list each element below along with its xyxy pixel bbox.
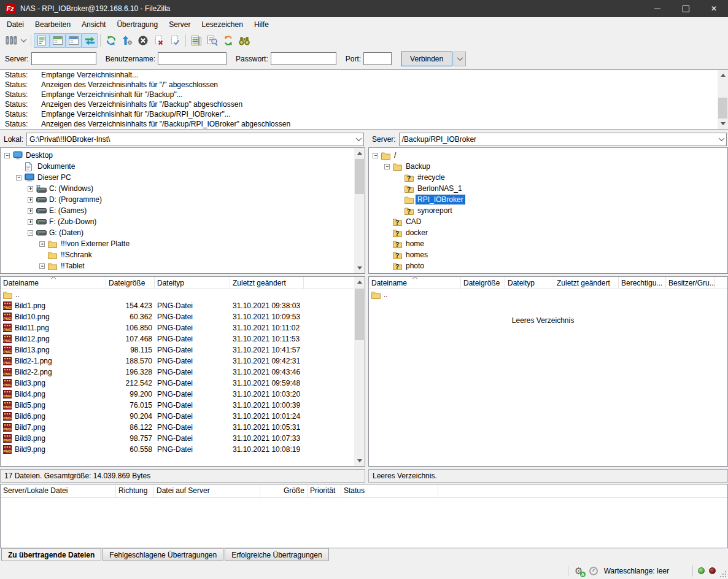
- resize-grip[interactable]: [718, 569, 727, 578]
- scroll-up-icon[interactable]: [718, 70, 728, 80]
- local-tree-item-desktop[interactable]: Desktop: [1, 150, 365, 161]
- local-tree-item-c-windows[interactable]: C: (Windows): [1, 183, 365, 194]
- port-input[interactable]: [363, 52, 392, 65]
- remote-tree-item-berlonnas-1[interactable]: ?BerlonNAS_1: [369, 183, 727, 194]
- local-tree-scrollbar[interactable]: [354, 148, 365, 273]
- expand-icon[interactable]: [28, 186, 33, 192]
- local-file-row-bild3-png[interactable]: PNGBild3.png212.542PNG-Datei31.10.2021 0…: [1, 378, 365, 389]
- filename-filters-button[interactable]: [204, 33, 220, 48]
- column-header-besitzer-gru[interactable]: Besitzer/Gru...: [666, 277, 715, 289]
- refresh-button[interactable]: [103, 33, 119, 48]
- site-manager-button[interactable]: [3, 33, 19, 48]
- local-file-row-bild9-png[interactable]: PNGBild9.png60.558PNG-Datei31.10.2021 10…: [1, 444, 365, 455]
- remote-tree-item-photo[interactable]: ?photo: [369, 260, 727, 271]
- close-icon[interactable]: [700, 0, 728, 17]
- expand-icon[interactable]: [28, 197, 33, 203]
- remote-file-row-item[interactable]: ..: [369, 289, 727, 300]
- process-queue-button[interactable]: [119, 33, 135, 48]
- local-file-row-bild11-png[interactable]: PNGBild11.png106.850PNG-Datei31.10.2021 …: [1, 322, 365, 333]
- queue-column-header-richtung[interactable]: Richtung: [116, 484, 154, 497]
- site-manager-dropdown-button[interactable]: [19, 33, 28, 48]
- column-header-berechtigu[interactable]: Berechtigu...: [619, 277, 666, 289]
- remote-tree-item-cad[interactable]: ?CAD: [369, 216, 727, 227]
- local-file-row-bild4-png[interactable]: PNGBild4.png99.200PNG-Datei31.10.2021 10…: [1, 389, 365, 400]
- quickconnect-button[interactable]: Verbinden: [401, 52, 452, 66]
- username-input[interactable]: [158, 52, 227, 65]
- find-files-button[interactable]: [236, 33, 252, 48]
- remote-tree-item-synoreport[interactable]: ?synoreport: [369, 205, 727, 216]
- local-tree-item-schrank[interactable]: !!Schrank: [1, 249, 365, 260]
- queue-column-header-grosse[interactable]: Größe: [260, 484, 308, 497]
- local-file-row-bild2-1-png[interactable]: PNGBild2-1.png188.570PNG-Datei31.10.2021…: [1, 356, 365, 367]
- chevron-down-icon[interactable]: [356, 135, 362, 141]
- minimize-icon[interactable]: [643, 0, 672, 17]
- local-tree-item-d-programme[interactable]: D: (Programme): [1, 194, 365, 205]
- menu-item-lesezeichen[interactable]: Lesezeichen: [196, 18, 248, 31]
- maximize-icon[interactable]: [672, 0, 700, 17]
- remote-tree-item-homes[interactable]: ?homes: [369, 249, 727, 260]
- column-header-dateityp[interactable]: Dateityp: [505, 277, 554, 289]
- remote-tree-item-recycle[interactable]: ?#recycle: [369, 172, 727, 183]
- local-file-row-bild5-png[interactable]: PNGBild5.png76.015PNG-Datei31.10.2021 10…: [1, 400, 365, 411]
- password-input[interactable]: [271, 52, 336, 65]
- scrollbar-thumb[interactable]: [355, 289, 364, 340]
- column-header-dateiname[interactable]: Dateiname: [1, 277, 106, 289]
- transfer-settings-gear-icon[interactable]: ⚙ A: [573, 565, 584, 577]
- toggle-message-log-button[interactable]: [34, 33, 50, 48]
- expand-icon[interactable]: [39, 241, 45, 247]
- local-tree-item-dieser-pc[interactable]: Dieser PC: [1, 172, 365, 183]
- local-file-row-bild1-png[interactable]: PNGBild1.png154.423PNG-Datei31.10.2021 0…: [1, 300, 365, 311]
- scrollbar-thumb[interactable]: [718, 98, 727, 119]
- queue-column-header-status[interactable]: Status: [341, 484, 438, 497]
- menu-item-ubertragung[interactable]: Übertragung: [111, 18, 163, 31]
- local-file-row-bild13-png[interactable]: PNGBild13.png98.115PNG-Datei31.10.2021 1…: [1, 344, 365, 356]
- column-header-dateigrosse[interactable]: Dateigröße: [461, 277, 505, 289]
- server-input[interactable]: [31, 52, 96, 65]
- synchronized-browsing-button[interactable]: [220, 33, 236, 48]
- menu-item-hilfe[interactable]: Hilfe: [249, 18, 274, 31]
- collapse-icon[interactable]: [16, 175, 21, 181]
- local-file-row-item[interactable]: ..: [1, 289, 365, 300]
- quickconnect-dropdown-button[interactable]: [454, 52, 466, 66]
- queue-column-header-datei-auf-server[interactable]: Datei auf Server: [154, 484, 260, 497]
- queue-column-header-prioritat[interactable]: Priorität: [308, 484, 341, 497]
- toggle-local-tree-button[interactable]: [50, 33, 66, 48]
- menu-item-ansicht[interactable]: Ansicht: [76, 18, 111, 31]
- remote-tree-item-docker[interactable]: ?docker: [369, 227, 727, 238]
- speed-limit-dial-icon[interactable]: [589, 567, 598, 575]
- local-tree-item-tablet[interactable]: !!Tablet: [1, 260, 365, 271]
- expand-icon[interactable]: [28, 219, 33, 225]
- scroll-down-icon[interactable]: [354, 263, 365, 273]
- scroll-up-icon[interactable]: [354, 148, 365, 158]
- chevron-down-icon[interactable]: [719, 135, 725, 141]
- menu-item-datei[interactable]: Datei: [1, 18, 29, 31]
- local-file-row-bild12-png[interactable]: PNGBild12.png107.468PNG-Datei31.10.2021 …: [1, 333, 365, 344]
- expand-icon[interactable]: [28, 208, 33, 214]
- column-header-dateiname[interactable]: Dateiname: [369, 277, 461, 289]
- tab-fehlgeschlagene-ubertragungen[interactable]: Fehlgeschlagene Übertragungen: [103, 548, 223, 561]
- local-file-row-bild10-png[interactable]: PNGBild10.png60.362PNG-Datei31.10.2021 1…: [1, 311, 365, 322]
- menu-item-server[interactable]: Server: [163, 18, 196, 31]
- collapse-icon[interactable]: [28, 230, 33, 236]
- column-header-zuletzt-geandert[interactable]: Zuletzt geändert: [230, 277, 304, 289]
- remote-tree-item-backup[interactable]: Backup: [369, 161, 727, 172]
- tab-erfolgreiche-ubertragungen[interactable]: Erfolgreiche Übertragungen: [225, 548, 328, 561]
- directory-comparison-button[interactable]: [188, 33, 204, 48]
- collapse-icon[interactable]: [384, 164, 390, 169]
- disconnect-button[interactable]: [151, 33, 167, 48]
- remote-path-combobox[interactable]: /Backup/RPI_IOBroker: [399, 133, 727, 146]
- scroll-down-icon[interactable]: [718, 119, 728, 129]
- local-list-scrollbar[interactable]: [354, 277, 365, 466]
- expand-icon[interactable]: [39, 263, 45, 269]
- cancel-button[interactable]: [135, 33, 151, 48]
- toggle-remote-tree-button[interactable]: [66, 33, 82, 48]
- tab-zu-ubertragende-dateien[interactable]: Zu übertragende Dateien: [1, 548, 101, 561]
- local-file-row-bild7-png[interactable]: PNGBild7.png86.122PNG-Datei31.10.2021 10…: [1, 422, 365, 433]
- local-file-row-bild8-png[interactable]: PNGBild8.png98.757PNG-Datei31.10.2021 10…: [1, 433, 365, 444]
- column-header-dateigrosse[interactable]: Dateigröße: [106, 277, 155, 289]
- message-log-scrollbar[interactable]: [718, 70, 728, 129]
- menu-item-bearbeiten[interactable]: Bearbeiten: [29, 18, 76, 31]
- local-file-row-bild2-2-png[interactable]: PNGBild2-2.png196.328PNG-Datei31.10.2021…: [1, 367, 365, 378]
- local-file-row-bild6-png[interactable]: PNGBild6.png90.204PNG-Datei31.10.2021 10…: [1, 411, 365, 422]
- reconnect-button[interactable]: [167, 33, 183, 48]
